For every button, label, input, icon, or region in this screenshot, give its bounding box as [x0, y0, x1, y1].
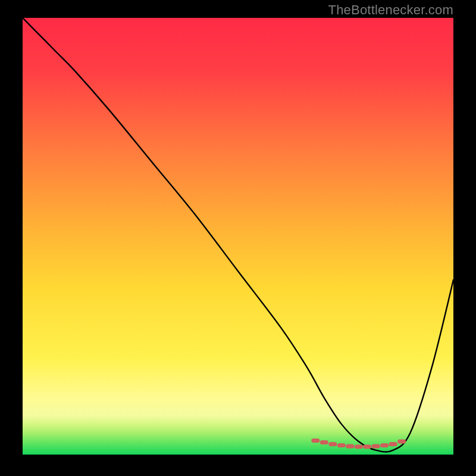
gradient-bg — [23, 18, 453, 455]
svg-rect-4 — [346, 444, 354, 449]
svg-rect-10 — [397, 439, 406, 443]
svg-rect-5 — [355, 444, 363, 449]
svg-rect-7 — [372, 444, 380, 449]
svg-rect-9 — [389, 442, 397, 446]
chart-svg — [23, 18, 453, 455]
chart-body — [23, 18, 453, 455]
svg-rect-6 — [363, 444, 371, 449]
watermark-text: TheBottlenecker.com — [328, 2, 453, 18]
svg-rect-1 — [320, 440, 328, 444]
svg-rect-3 — [337, 443, 346, 447]
svg-rect-0 — [311, 439, 320, 443]
svg-rect-8 — [380, 443, 389, 447]
svg-rect-2 — [328, 442, 337, 446]
